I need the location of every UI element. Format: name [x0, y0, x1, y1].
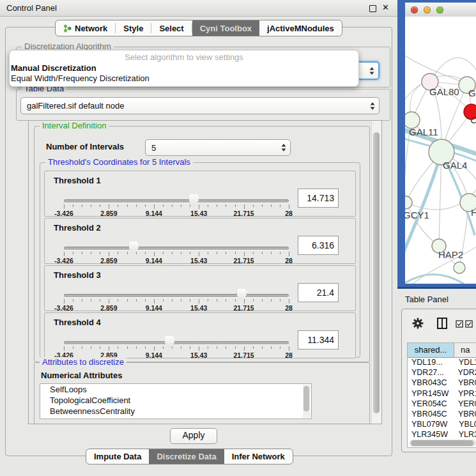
algorithm-option-manual[interactable]: Manual Discretization	[10, 63, 358, 73]
tick-label: 2.859	[100, 210, 117, 217]
network-canvas[interactable]: GAL80GACGAL11GAL4GCY1HHAP2	[405, 17, 476, 284]
number-of-intervals-value: 5	[151, 143, 281, 153]
cell-name[interactable]: YPR1	[452, 388, 476, 399]
column-header-shared-name[interactable]: shared...	[408, 343, 454, 357]
tab-jactivemnodules[interactable]: jActiveMNodules	[259, 20, 342, 36]
cell-name[interactable]: YDL1	[452, 357, 476, 367]
network-node[interactable]	[454, 262, 465, 273]
table-hscrollbar-thumb[interactable]	[411, 440, 473, 446]
tick	[235, 299, 236, 302]
tick-label: 21.715	[234, 304, 254, 312]
cell-shared-name[interactable]: YDR27...	[408, 367, 451, 378]
tick	[217, 252, 217, 254]
network-window-titlebar[interactable]	[405, 3, 476, 17]
checkbox-checked-icon[interactable]	[456, 320, 463, 328]
tick	[136, 299, 137, 302]
cell-name[interactable]: YLR3	[452, 429, 476, 440]
settings-scrollbar[interactable]	[371, 121, 381, 424]
tab-select[interactable]: Select	[151, 20, 191, 36]
algorithm-placeholder: Select algorithm to view settings	[10, 50, 358, 63]
threshold-slider-track[interactable]	[64, 199, 289, 203]
algorithm-option-equal-width[interactable]: Equal Width/Frequency Discretization	[10, 73, 358, 84]
tick	[64, 204, 65, 209]
control-panel-titlebar: Control Panel ✕	[0, 0, 397, 17]
number-of-intervals-combobox[interactable]: 5	[145, 139, 291, 156]
close-traffic-light[interactable]	[411, 6, 418, 13]
column-header-name[interactable]: na	[454, 343, 476, 357]
cell-shared-name[interactable]: YBL079W	[408, 419, 452, 429]
cell-name[interactable]: YDR2	[451, 367, 476, 378]
settings-scrollbar-thumb[interactable]	[373, 132, 380, 413]
network-node[interactable]	[405, 196, 412, 209]
table-row[interactable]: YDL19...YDL1	[408, 357, 476, 367]
table-row[interactable]: YPR145WYPR1	[408, 388, 476, 399]
tab-infer-network[interactable]: Infer Network	[224, 449, 293, 464]
cell-shared-name[interactable]: YBR045C	[408, 409, 452, 419]
tick	[226, 299, 226, 302]
list-scrollbar[interactable]	[303, 385, 311, 418]
table-row[interactable]: YBR043CYBR0	[408, 378, 476, 388]
attribute-item[interactable]: BetweennessCentrality	[40, 406, 311, 417]
table-header: shared... na	[408, 343, 476, 358]
gear-icon[interactable]	[412, 318, 424, 329]
list-scrollbar-thumb[interactable]	[303, 386, 309, 411]
tick	[172, 299, 173, 302]
close-window-icon[interactable]: ✕	[382, 3, 389, 12]
slider-ticks: -3.4262.8599.14415.4321.71528	[64, 252, 289, 263]
tick	[199, 299, 199, 303]
tick	[271, 204, 272, 207]
node-label: GA	[468, 88, 476, 98]
table-row[interactable]: YDR27...YDR2	[408, 367, 476, 378]
table-row[interactable]: YBR045CYBR0	[408, 409, 476, 419]
cell-shared-name[interactable]: YLR345W	[408, 429, 452, 440]
table-hscrollbar[interactable]	[410, 440, 476, 447]
cell-shared-name[interactable]: YER054C	[408, 399, 452, 409]
tick	[64, 299, 65, 303]
tick-label: 2.859	[100, 304, 117, 312]
table-row[interactable]: YLR345WYLR3	[408, 429, 476, 440]
tick	[262, 204, 263, 207]
tick	[217, 204, 217, 207]
tick-label: 9.144	[146, 257, 162, 265]
stepper-arrows-icon	[369, 66, 374, 75]
tick	[289, 252, 289, 256]
tab-impute-data[interactable]: Impute Data	[86, 449, 149, 464]
threshold-slider-track[interactable]	[64, 341, 289, 344]
tab-style[interactable]: Style	[116, 20, 151, 36]
apply-button[interactable]: Apply	[170, 428, 217, 444]
tick	[271, 299, 272, 302]
float-window-icon[interactable]	[369, 5, 376, 12]
table-row[interactable]: YBL079WYBL0	[408, 419, 476, 429]
threshold-value-field[interactable]: 21.4	[298, 283, 339, 302]
tick	[136, 346, 137, 349]
threshold-value-field[interactable]: 11.344	[298, 330, 339, 349]
threshold-value-field[interactable]: 14.713	[298, 188, 339, 208]
network-icon	[63, 24, 72, 33]
split-columns-icon[interactable]	[437, 318, 447, 329]
cell-name[interactable]: YER0	[452, 399, 476, 409]
tab-cyni-toolbox[interactable]: Cyni Toolbox	[192, 20, 259, 36]
cell-shared-name[interactable]: YDL19...	[408, 357, 452, 367]
threshold-slider-track[interactable]	[64, 247, 289, 250]
cell-shared-name[interactable]: YBR043C	[408, 378, 452, 388]
threshold-slider-track[interactable]	[64, 294, 289, 297]
attribute-item[interactable]: TopologicalCoefficient	[40, 395, 311, 406]
cell-name[interactable]: YBL0	[452, 419, 476, 429]
threshold-value-field[interactable]: 6.316	[298, 236, 339, 255]
tab-discretize-data[interactable]: Discretize Data	[149, 449, 224, 464]
tick	[109, 299, 109, 303]
table-data-combobox[interactable]: galFiltered.sif default node	[20, 97, 380, 114]
tick-label: 9.144	[146, 210, 162, 217]
attribute-item[interactable]: SelfLoops	[40, 384, 311, 395]
tick	[100, 299, 100, 302]
table-row[interactable]: YER054CYER0	[408, 399, 476, 409]
cell-name[interactable]: YBR0	[452, 378, 476, 388]
tick	[136, 252, 137, 254]
minimize-traffic-light[interactable]	[424, 6, 431, 13]
tick-label: -3.426	[54, 210, 73, 217]
tab-network[interactable]: Network	[56, 20, 115, 36]
cell-shared-name[interactable]: YPR145W	[408, 388, 452, 399]
checkbox-checked-icon[interactable]	[465, 320, 473, 328]
zoom-traffic-light[interactable]	[436, 6, 443, 13]
cell-name[interactable]: YBR0	[452, 409, 476, 419]
